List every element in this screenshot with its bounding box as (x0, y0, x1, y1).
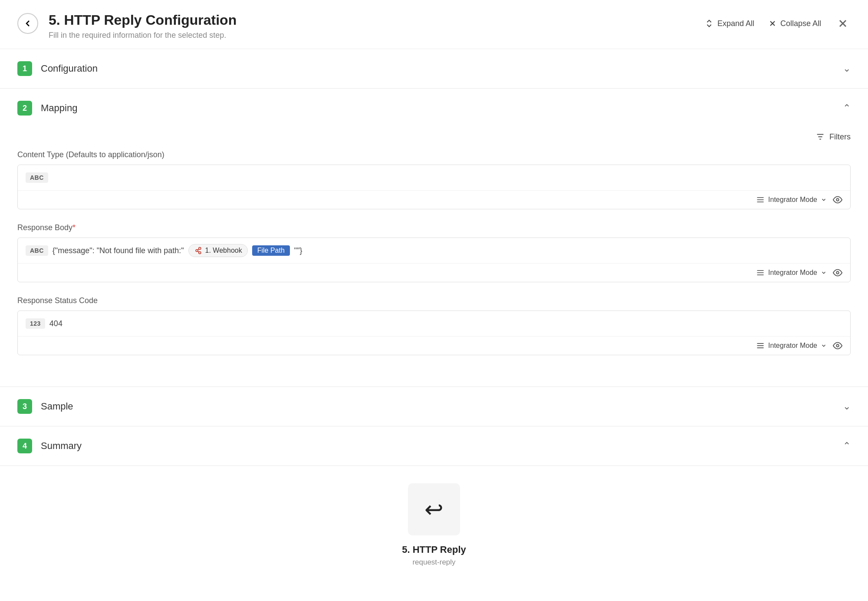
eye-icon-2 (833, 268, 842, 277)
section-number-2: 2 (17, 101, 32, 116)
response-status-label: Response Status Code (17, 296, 851, 305)
section-label-sample: Sample (41, 401, 834, 412)
section-number-1: 1 (17, 61, 32, 76)
section-number-3: 3 (17, 399, 32, 414)
integrator-mode-icon-2 (756, 268, 765, 277)
section-label-configuration: Configuration (41, 63, 834, 74)
content-type-field: Content Type (Defaults to application/js… (17, 150, 851, 209)
filters-bar: Filters (17, 128, 851, 150)
section-sample: 3 Sample ⌄ (0, 387, 868, 426)
filters-icon (815, 132, 825, 142)
svg-point-19 (836, 271, 839, 274)
section-summary: 4 Summary ⌃ (0, 426, 868, 466)
mapping-content: Filters Content Type (Defaults to applic… (0, 128, 868, 386)
chevron-up-icon-4: ⌃ (843, 440, 851, 452)
eye-icon-3 (833, 341, 842, 350)
close-icon (837, 17, 849, 30)
response-body-bottom-row: Integrator Mode (18, 263, 850, 282)
svg-line-15 (197, 251, 199, 252)
response-body-integrator-mode-button[interactable]: Integrator Mode (756, 268, 827, 277)
response-body-type-badge: ABC (26, 245, 48, 256)
response-body-suffix: ""} (294, 246, 302, 255)
step-type: request-reply (412, 558, 455, 567)
content-type-badge: ABC (26, 172, 48, 183)
svg-point-10 (836, 198, 839, 201)
content-type-integrator-mode-button[interactable]: Integrator Mode (756, 195, 827, 204)
chevron-up-icon: ⌃ (843, 102, 851, 114)
content-type-input-box: ABC Integrator Mode (17, 165, 851, 209)
section-summary-header[interactable]: 4 Summary ⌃ (0, 426, 868, 466)
section-mapping: 2 Mapping ⌃ Filters Content Type (Defaul… (0, 89, 868, 387)
section-sample-header[interactable]: 3 Sample ⌄ (0, 387, 868, 426)
response-body-field: Response Body* ABC {"message": "Not foun… (17, 223, 851, 282)
section-mapping-header[interactable]: 2 Mapping ⌃ (0, 89, 868, 128)
filters-button[interactable]: Filters (815, 132, 851, 142)
reply-arrow-icon: ↩ (424, 496, 444, 522)
response-body-top-row[interactable]: ABC {"message": "Not found file with pat… (18, 238, 850, 263)
response-body-eye-button[interactable] (833, 268, 842, 277)
chevron-down-icon-3: ⌄ (843, 401, 851, 412)
integrator-mode-icon (756, 195, 765, 204)
response-body-input-box: ABC {"message": "Not found file with pat… (17, 238, 851, 282)
section-number-4: 4 (17, 439, 32, 453)
expand-all-button[interactable]: Expand All (704, 19, 754, 28)
header-titles: 5. HTTP Reply Configuration Fill in the … (49, 12, 704, 40)
page-subtitle: Fill in the required information for the… (49, 31, 704, 40)
collapse-all-icon (768, 19, 777, 28)
response-status-value: 404 (49, 319, 62, 328)
section-label-summary: Summary (41, 440, 834, 452)
content-type-bottom-row: Integrator Mode (18, 190, 850, 209)
integrator-mode-chevron-icon-2 (821, 270, 827, 276)
back-button[interactable] (17, 13, 38, 34)
page-title: 5. HTTP Reply Configuration (49, 12, 704, 28)
step-name: 5. HTTP Reply (402, 544, 466, 555)
eye-icon (833, 195, 842, 205)
response-status-top-row[interactable]: 123 404 (18, 311, 850, 336)
webhook-icon (194, 246, 203, 255)
response-status-field: Response Status Code 123 404 Integrator … (17, 296, 851, 355)
response-body-prefix: {"message": "Not found file with path:" (53, 246, 184, 255)
webhook-chip[interactable]: 1. Webhook (188, 244, 248, 257)
integrator-mode-chevron-icon-3 (821, 343, 827, 349)
page-header: 5. HTTP Reply Configuration Fill in the … (0, 0, 868, 49)
step-preview: ↩ 5. HTTP Reply request-reply (0, 466, 868, 593)
response-status-bottom-row: Integrator Mode (18, 336, 850, 355)
section-label-mapping: Mapping (41, 102, 834, 114)
svg-point-23 (836, 344, 839, 347)
response-body-label: Response Body* (17, 223, 851, 232)
content-type-label: Content Type (Defaults to application/js… (17, 150, 851, 159)
step-icon-box: ↩ (408, 483, 460, 535)
close-button[interactable] (835, 16, 851, 31)
integrator-mode-chevron-icon (821, 197, 827, 203)
svg-line-14 (197, 249, 199, 250)
chevron-down-icon: ⌄ (843, 63, 851, 74)
response-status-eye-button[interactable] (833, 341, 842, 350)
collapse-all-button[interactable]: Collapse All (768, 19, 821, 28)
file-path-chip[interactable]: File Path (252, 245, 290, 256)
content-type-top-row[interactable]: ABC (18, 165, 850, 190)
section-configuration-header[interactable]: 1 Configuration ⌄ (0, 49, 868, 88)
response-status-type-badge: 123 (26, 318, 45, 329)
integrator-mode-icon-3 (756, 341, 765, 350)
response-status-integrator-mode-button[interactable]: Integrator Mode (756, 341, 827, 350)
expand-all-icon (704, 19, 714, 28)
content-type-eye-button[interactable] (833, 195, 842, 205)
response-status-input-box: 123 404 Integrator Mode (17, 310, 851, 355)
header-actions: Expand All Collapse All (704, 16, 851, 31)
section-configuration: 1 Configuration ⌄ (0, 49, 868, 89)
required-indicator: * (72, 223, 76, 232)
